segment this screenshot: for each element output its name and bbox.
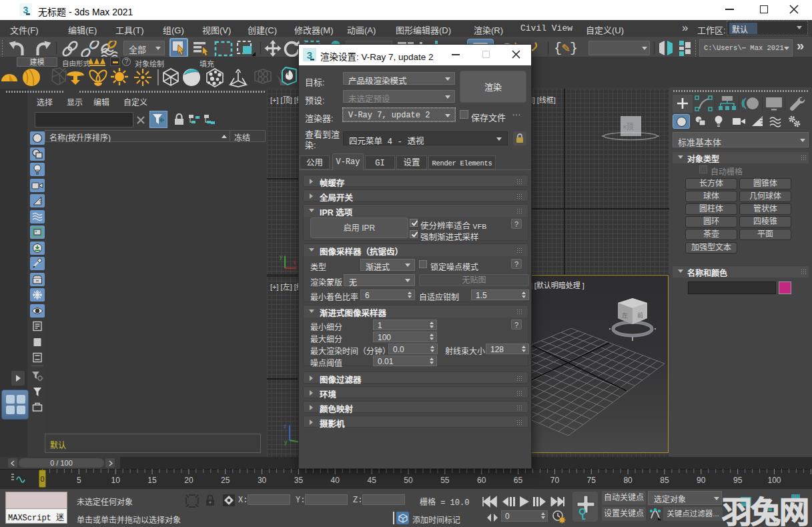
svg-text:x: x [293,259,296,266]
svg-text:15: 15 [147,476,157,485]
svg-text:z: z [284,423,287,430]
svg-text:65: 65 [514,476,523,485]
svg-text:45: 45 [367,476,376,485]
svg-text:60: 60 [477,476,486,485]
svg-text:35: 35 [294,476,304,485]
svg-text:95: 95 [733,476,743,485]
svg-text:80: 80 [623,476,633,485]
svg-text:70: 70 [550,476,560,485]
svg-text:85: 85 [660,476,669,485]
svg-text:30: 30 [258,476,267,485]
svg-text:40: 40 [331,476,340,485]
svg-text:10: 10 [111,476,121,485]
svg-text:左: 左 [622,312,628,319]
svg-text:y: y [280,253,283,260]
svg-text:90: 90 [697,476,706,485]
svg-text:y: y [284,439,288,446]
svg-text:5: 5 [77,476,81,485]
svg-text:50: 50 [404,476,413,485]
svg-text:25: 25 [221,476,230,485]
svg-text:100: 100 [767,476,781,485]
svg-text:20: 20 [184,476,193,485]
svg-text:3: 3 [307,49,312,61]
svg-text:前: 前 [637,312,643,319]
svg-text:75: 75 [587,476,596,485]
svg-text:55: 55 [440,476,450,485]
